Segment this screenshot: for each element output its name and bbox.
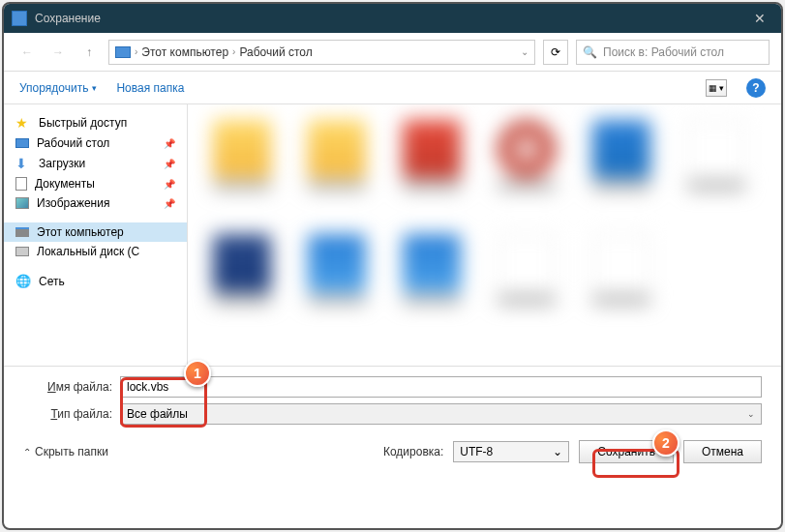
sidebar-desktop[interactable]: Рабочий стол 📌 (4, 133, 187, 153)
chevron-down-icon: ▾ (92, 83, 97, 93)
chevron-right-icon: › (135, 46, 137, 57)
forward-button[interactable]: → (46, 41, 70, 64)
window-title: Сохранение (35, 12, 746, 25)
notepad-icon (12, 11, 27, 26)
refresh-button[interactable]: ⟳ (543, 40, 568, 65)
sidebar-downloads[interactable]: ⬇ Загрузки 📌 (4, 153, 187, 174)
desktop-icon (15, 138, 29, 148)
pc-icon (15, 227, 29, 237)
disk-icon (15, 247, 29, 256)
close-icon[interactable]: ✕ (746, 11, 773, 26)
chevron-down-icon[interactable]: ⌄ (521, 46, 528, 57)
pictures-icon (15, 197, 29, 209)
search-icon: 🔍 (583, 45, 597, 59)
crumb-this-pc[interactable]: Этот компьютер (141, 45, 228, 59)
help-icon[interactable]: ? (746, 78, 766, 98)
chevron-right-icon: › (232, 46, 235, 57)
sidebar: ★ Быстрый доступ Рабочий стол 📌 ⬇ Загруз… (4, 104, 188, 366)
hide-folders-button[interactable]: ⌃ Скрыть папки (23, 445, 108, 458)
filetype-combo[interactable]: Все файлы ⌄ (120, 403, 762, 425)
bottom-panel: ИИмя файламя файла: Тип файла: Все файлы… (4, 366, 781, 475)
cancel-button[interactable]: Отмена (683, 440, 762, 463)
search-placeholder: Поиск в: Рабочий стол (603, 45, 724, 59)
download-icon: ⬇ (15, 156, 31, 171)
pin-icon: 📌 (164, 159, 175, 169)
sidebar-documents[interactable]: Документы 📌 (4, 174, 187, 193)
file-list[interactable] (188, 104, 781, 366)
up-button[interactable]: ↑ (77, 41, 101, 64)
breadcrumb[interactable]: › Этот компьютер › Рабочий стол ⌄ (108, 40, 535, 65)
search-input[interactable]: 🔍 Поиск в: Рабочий стол (576, 40, 770, 65)
sidebar-this-pc[interactable]: Этот компьютер (4, 222, 187, 242)
pin-icon: 📌 (164, 198, 175, 209)
sidebar-quick-access[interactable]: ★ Быстрый доступ (4, 112, 187, 133)
sidebar-pictures[interactable]: Изображения 📌 (4, 193, 187, 213)
titlebar: Сохранение ✕ (4, 4, 781, 33)
new-folder-button[interactable]: Новая папка (116, 81, 184, 95)
pc-icon (115, 46, 131, 58)
encoding-label: Кодировка: (383, 445, 443, 458)
back-button[interactable]: ← (15, 41, 39, 64)
chevron-down-icon: ⌄ (553, 445, 562, 458)
crumb-desktop[interactable]: Рабочий стол (239, 45, 312, 59)
sidebar-local-disk[interactable]: Локальный диск (С (4, 242, 187, 261)
filetype-label: Тип файла: (23, 407, 120, 421)
organize-button[interactable]: Упорядочить ▾ (19, 81, 97, 95)
encoding-combo[interactable]: UTF-8 ⌄ (453, 441, 569, 462)
pin-icon: 📌 (164, 138, 175, 149)
filename-label: ИИмя файламя файла: (23, 380, 120, 394)
sidebar-network[interactable]: 🌐 Сеть (4, 271, 187, 292)
network-icon: 🌐 (15, 274, 31, 289)
chevron-down-icon: ⌄ (747, 409, 755, 419)
view-button[interactable]: ▦ ▾ (706, 79, 727, 97)
document-icon (15, 177, 27, 191)
pin-icon: 📌 (164, 179, 175, 190)
toolbar: Упорядочить ▾ Новая папка ▦ ▾ ? (4, 72, 781, 104)
save-button[interactable]: Сохранить (579, 440, 674, 463)
navbar: ← → ↑ › Этот компьютер › Рабочий стол ⌄ … (4, 33, 781, 72)
star-icon: ★ (15, 115, 31, 131)
filename-input[interactable] (120, 376, 762, 398)
chevron-up-icon: ⌃ (23, 447, 31, 458)
